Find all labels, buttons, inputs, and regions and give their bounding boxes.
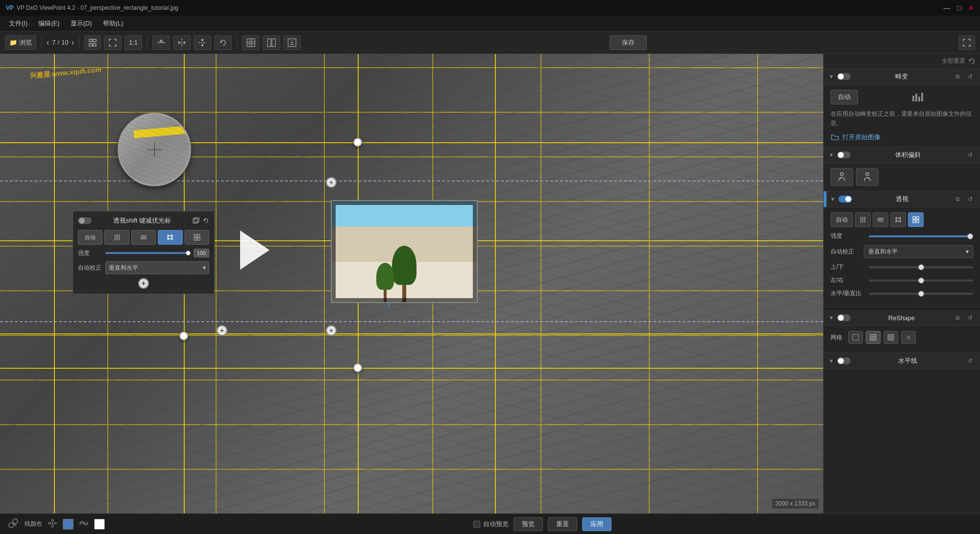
reshape-copy-icon[interactable]: ⧉ bbox=[953, 313, 962, 323]
browse-btn[interactable]: 📁 浏览 bbox=[5, 35, 36, 50]
level-btn[interactable] bbox=[152, 35, 170, 50]
nav-next[interactable]: › bbox=[72, 38, 74, 47]
select-tool-btn[interactable] bbox=[8, 518, 19, 530]
popup-intensity-thumb[interactable] bbox=[186, 251, 191, 255]
reset-icon[interactable] bbox=[968, 58, 975, 65]
horizon-chevron[interactable]: ▼ bbox=[829, 358, 834, 364]
rotate-cw-btn[interactable] bbox=[214, 35, 232, 50]
volume-person-outward-btn[interactable] bbox=[856, 168, 879, 186]
menu-view[interactable]: 显示(D) bbox=[66, 17, 97, 30]
distort-auto-btn[interactable]: 自动 bbox=[831, 90, 858, 104]
flip-h-btn[interactable] bbox=[173, 35, 191, 50]
ctrl-plus-3[interactable]: + bbox=[326, 177, 337, 188]
popup-icon-btn-3[interactable] bbox=[158, 230, 182, 245]
intensity-thumb[interactable] bbox=[967, 233, 973, 239]
nav-prev[interactable]: ‹ bbox=[47, 38, 49, 47]
popup-icon-btn-4[interactable] bbox=[185, 230, 209, 245]
ctrl-point-1[interactable] bbox=[353, 138, 362, 147]
line-color-swatch[interactable] bbox=[63, 519, 74, 530]
perspective-reset-icon[interactable]: ↺ bbox=[965, 194, 975, 204]
volume-reset-icon[interactable]: ↺ bbox=[965, 150, 975, 160]
volume-person-inward-btn[interactable] bbox=[831, 168, 853, 186]
menu-help[interactable]: 帮助(L) bbox=[98, 17, 128, 30]
popup-plus[interactable]: + bbox=[138, 278, 149, 289]
popup-auto-btn[interactable]: 自动 bbox=[78, 230, 102, 245]
up-down-thumb[interactable] bbox=[918, 264, 924, 270]
perspective-auto-btn[interactable]: 自动 bbox=[831, 212, 853, 227]
popup-toggle[interactable] bbox=[78, 217, 92, 224]
zoom-fit-btn[interactable] bbox=[104, 35, 122, 50]
reset-all-btn[interactable]: 全部重置 bbox=[942, 57, 965, 65]
ratio-thumb[interactable] bbox=[918, 291, 924, 297]
horizon-toggle[interactable] bbox=[837, 357, 851, 364]
grid-btn[interactable] bbox=[242, 35, 260, 50]
reset-btn[interactable]: 重置 bbox=[548, 517, 577, 531]
perspective-toggle[interactable] bbox=[838, 196, 852, 203]
popup-reset-icon[interactable] bbox=[202, 217, 209, 224]
reshape-reset-icon[interactable]: ↺ bbox=[965, 313, 975, 323]
distort-reset-icon[interactable]: ↺ bbox=[965, 72, 975, 81]
popup-icon-btn-1[interactable] bbox=[104, 230, 129, 245]
canvas-area[interactable]: + + + + + bbox=[0, 54, 823, 513]
flip-h-icon bbox=[177, 38, 186, 47]
ratio-slider[interactable] bbox=[869, 293, 973, 295]
popup-intensity-label: 强度 bbox=[78, 249, 102, 257]
perspective-chevron[interactable]: ▼ bbox=[830, 196, 835, 202]
fullscreen-btn[interactable] bbox=[958, 35, 975, 50]
distort-chevron[interactable]: ▼ bbox=[829, 74, 834, 79]
fill-color-swatch[interactable] bbox=[94, 519, 105, 530]
ctrl-plus-1[interactable]: + bbox=[217, 325, 227, 336]
person-outward-icon bbox=[861, 171, 873, 183]
menu-edit[interactable]: 编辑(E) bbox=[33, 17, 64, 30]
auto-preview-check[interactable]: 自动预览 bbox=[473, 520, 509, 529]
node-icon-btn[interactable] bbox=[48, 519, 57, 529]
reshape-toggle[interactable] bbox=[837, 314, 851, 321]
popup-autocorrect-select[interactable]: 垂直和水平 ▾ bbox=[105, 261, 209, 274]
perspective-v-btn[interactable] bbox=[855, 212, 871, 227]
save-button[interactable]: 保存 bbox=[610, 35, 647, 50]
reshape-grid-sm[interactable] bbox=[848, 331, 863, 344]
ctrl-plus-2[interactable]: + bbox=[326, 325, 337, 336]
close-btn[interactable]: ✕ bbox=[968, 4, 974, 12]
ctrl-point-3[interactable] bbox=[353, 363, 362, 372]
reshape-grid-lg[interactable] bbox=[883, 331, 898, 344]
reshape-grid-md[interactable] bbox=[866, 331, 881, 344]
auto-correct-select[interactable]: 垂直和水平 ▾ bbox=[864, 245, 973, 258]
popup-icon-btn-2[interactable] bbox=[131, 230, 156, 245]
nav-right-icon[interactable]: › bbox=[72, 38, 74, 47]
distort-toggle[interactable] bbox=[837, 73, 851, 80]
reshape-chevron[interactable]: ▼ bbox=[829, 315, 834, 321]
reshape-grid-copy[interactable]: ⧉ bbox=[901, 331, 916, 344]
volume-chevron[interactable]: ▼ bbox=[829, 152, 834, 158]
distort-equalizer-icon[interactable] bbox=[862, 90, 973, 104]
perspective-h-btn[interactable] bbox=[873, 212, 888, 227]
curve-icon-btn[interactable] bbox=[79, 519, 88, 529]
apply-btn[interactable]: 应用 bbox=[582, 517, 612, 531]
popup-copy-icon[interactable] bbox=[193, 217, 199, 224]
up-down-slider[interactable] bbox=[869, 266, 973, 268]
menu-file[interactable]: 文件(I) bbox=[4, 17, 32, 30]
auto-preview-checkbox[interactable] bbox=[473, 521, 480, 528]
horizon-reset-icon[interactable]: ↺ bbox=[965, 356, 975, 366]
intensity-slider[interactable] bbox=[869, 235, 973, 237]
minimize-btn[interactable]: — bbox=[944, 4, 951, 12]
distort-copy-icon[interactable]: ⧉ bbox=[953, 72, 962, 81]
open-original-btn[interactable]: 打开原始图像 bbox=[831, 133, 973, 142]
perspective-all-btn[interactable] bbox=[908, 212, 924, 227]
flip-v-btn[interactable] bbox=[194, 35, 211, 50]
titlebar-controls[interactable]: — □ ✕ bbox=[944, 4, 974, 12]
nav-left-icon[interactable]: ‹ bbox=[47, 38, 49, 47]
popup-intensity-slider[interactable] bbox=[105, 252, 191, 254]
ctrl-point-2[interactable] bbox=[179, 331, 188, 340]
fit-screen-btn[interactable] bbox=[84, 35, 101, 50]
preview-btn[interactable]: 预览 bbox=[514, 517, 543, 531]
perspective-copy-icon[interactable]: ⧉ bbox=[953, 194, 962, 204]
left-right-slider[interactable] bbox=[869, 280, 973, 281]
left-right-thumb[interactable] bbox=[918, 278, 924, 283]
zoom-100-btn[interactable]: 1:1 bbox=[124, 35, 142, 50]
volume-toggle[interactable] bbox=[837, 152, 851, 158]
info-btn[interactable] bbox=[283, 35, 301, 50]
maximize-btn[interactable]: □ bbox=[957, 4, 961, 12]
perspective-vh-btn[interactable] bbox=[890, 212, 906, 227]
compare-btn[interactable] bbox=[263, 35, 280, 50]
